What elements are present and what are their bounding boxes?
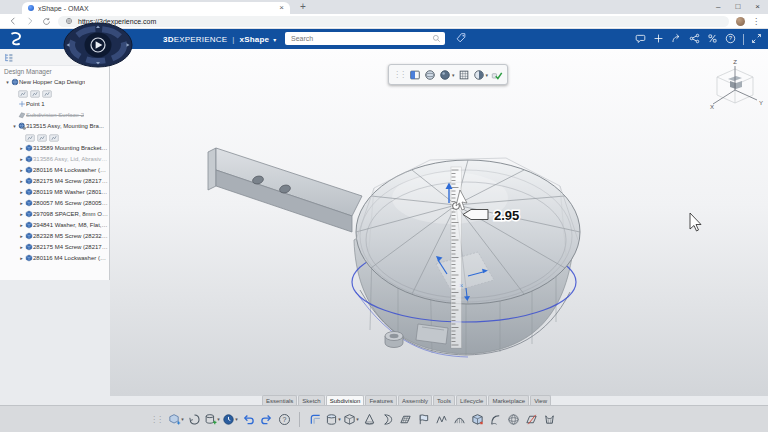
tab-subdivision[interactable]: Subdivision	[326, 395, 365, 405]
state-badge-icon[interactable]	[25, 133, 35, 141]
tree-expander-icon[interactable]: ▸	[18, 255, 25, 261]
history-button[interactable]	[186, 410, 202, 428]
sphere-half-button[interactable]: ▾	[473, 69, 489, 81]
tree-item[interactable]: Subdivision Surface 2	[0, 109, 109, 120]
zigzag-curve-button[interactable]	[433, 410, 449, 428]
tree-expander-icon[interactable]: ▸	[18, 156, 25, 162]
tree-expander-icon[interactable]: ▸	[18, 222, 25, 228]
bend-surface-button[interactable]	[487, 410, 503, 428]
sphere-wire-button[interactable]	[505, 410, 521, 428]
tree-item[interactable]: ▸280057 M6 Screw (280057 ...	[0, 197, 109, 208]
pattern-plane-button[interactable]	[397, 410, 413, 428]
tree-item[interactable]: ▸282175 M4 Screw (282175 ...	[0, 241, 109, 252]
crown-surface-button[interactable]	[541, 410, 557, 428]
tree-expander-icon[interactable]: ▾	[11, 123, 18, 129]
tab-close-icon[interactable]: ×	[279, 4, 284, 12]
bracket-arm[interactable]	[208, 148, 362, 232]
tab-view[interactable]: View	[530, 395, 551, 405]
split-view-button[interactable]	[409, 69, 421, 81]
tree-item[interactable]: ▸280116 M4 Lockwasher (20...	[0, 252, 109, 263]
reload-icon[interactable]	[42, 17, 51, 26]
forward-icon[interactable]	[25, 16, 35, 26]
drag-grip-icon[interactable]: ⋮⋮	[393, 70, 405, 79]
browser-profile-avatar[interactable]	[736, 17, 745, 26]
share-network-button[interactable]	[689, 30, 700, 48]
tree-expander-icon[interactable]: ▸	[18, 244, 25, 250]
tree-expander-icon[interactable]: ▸	[18, 167, 25, 173]
browser-menu-icon[interactable]: ⋮	[752, 17, 760, 26]
model-tree-icon[interactable]	[3, 52, 14, 63]
sphere-dark-button[interactable]: ▾	[439, 69, 455, 81]
tab-assembly[interactable]: Assembly	[398, 395, 432, 405]
search-input[interactable]	[289, 34, 429, 43]
tree-item[interactable]: Point 1	[0, 98, 109, 109]
tree-expander-icon[interactable]: ▾	[4, 79, 11, 85]
dropdown-caret-icon[interactable]: ▾	[217, 416, 220, 422]
solid-box-button[interactable]	[469, 410, 485, 428]
cylinder-primitive-button[interactable]: ▾	[325, 410, 341, 428]
dropdown-caret-icon[interactable]: ▾	[356, 416, 359, 422]
browser-tab[interactable]: xShape - OMAX ×	[22, 2, 290, 14]
tab-features[interactable]: Features	[365, 395, 397, 405]
new-content-button[interactable]: ▾	[168, 410, 184, 428]
redo-button[interactable]	[258, 410, 274, 428]
curved-sheet-button[interactable]	[451, 410, 467, 428]
tree-item[interactable]: ▸282175 M4 Screw (282175 ...	[0, 175, 109, 186]
3d-viewport[interactable]: × 2.95 ⋮⋮ ▾▾	[110, 49, 768, 396]
undo-button[interactable]	[240, 410, 256, 428]
window-maximize-button[interactable]: □	[735, 2, 740, 11]
dropdown-caret-icon[interactable]: ▾	[486, 72, 489, 78]
tree-expander-icon[interactable]: ▸	[18, 178, 25, 184]
tree-item[interactable]: ▾New Hopper Cap Design	[0, 76, 109, 87]
apps-button[interactable]	[707, 30, 718, 48]
tree-expander-icon[interactable]: ▸	[18, 200, 25, 206]
tab-essentials[interactable]: Essentials	[262, 395, 297, 405]
tab-lifecycle[interactable]: Lifecycle	[456, 395, 487, 405]
url-field[interactable]: https://3dexperience.com	[58, 16, 729, 27]
box-primitive-button[interactable]: ▾	[343, 410, 359, 428]
tree-item[interactable]: ▸313589 Mounting Bracket, ...	[0, 142, 109, 153]
tree-item[interactable]: ▸294841 Washer, M8, Flat, S...	[0, 219, 109, 230]
tree-item[interactable]: ▾313515 Assy, Mounting Bra...	[0, 120, 109, 131]
tab-sketch[interactable]: Sketch	[298, 395, 324, 405]
disc-primitive-button[interactable]	[379, 410, 395, 428]
window-minimize-button[interactable]: –	[716, 2, 720, 11]
tab-marketplace[interactable]: Marketplace	[488, 395, 529, 405]
tree-item[interactable]: ▸297098 SPACER, 8mm OD...	[0, 208, 109, 219]
search-icon[interactable]	[432, 34, 441, 43]
save-database-button[interactable]: ▾	[204, 410, 220, 428]
new-tab-button[interactable]: +	[300, 1, 306, 12]
tree-item[interactable]: ▸280116 M4 Lockwasher (20...	[0, 164, 109, 175]
orientation-triad[interactable]: Z X Y	[706, 57, 764, 115]
fullscreen-button[interactable]	[751, 30, 762, 48]
help-button[interactable]: ?	[725, 30, 736, 48]
share-arrow-button[interactable]	[671, 30, 682, 48]
tree-item[interactable]: ▸280119 M8 Washer (28011...	[0, 186, 109, 197]
corner-plane-button[interactable]	[307, 410, 323, 428]
window-close-button[interactable]: ×	[755, 2, 760, 11]
tree-expander-icon[interactable]: ▸	[18, 211, 25, 217]
back-icon[interactable]	[8, 16, 18, 26]
flag-surface-button[interactable]	[415, 410, 431, 428]
help-button[interactable]: ?	[276, 410, 292, 428]
sphere-shaded-button[interactable]	[424, 69, 436, 81]
tree-item[interactable]: ▸313586 Assy, Lid, Abrasive ...	[0, 153, 109, 164]
tree-item[interactable]: ▸282328 M5 Screw (282328 ...	[0, 230, 109, 241]
add-button[interactable]	[653, 30, 664, 48]
tree-expander-icon[interactable]: ▸	[18, 189, 25, 195]
chat-button[interactable]	[635, 30, 646, 48]
tree-expander-icon[interactable]: ▸	[18, 145, 25, 151]
dimension-value[interactable]: 2.95	[494, 208, 519, 223]
navigation-compass[interactable]	[62, 22, 134, 68]
sync-button[interactable]: ▾	[222, 410, 238, 428]
tree-expander-icon[interactable]: ▸	[18, 233, 25, 239]
tab-tools[interactable]: Tools	[433, 395, 455, 405]
split-plane-button[interactable]	[523, 410, 539, 428]
tag-icon[interactable]	[455, 32, 467, 44]
state-badge-icon[interactable]	[49, 133, 59, 141]
confirm-check-button[interactable]	[491, 69, 503, 81]
dropdown-caret-icon[interactable]: ▾	[181, 416, 184, 422]
mesh-cube-button[interactable]	[458, 69, 470, 81]
dropdown-caret-icon[interactable]: ▾	[338, 416, 341, 422]
cone-primitive-button[interactable]	[361, 410, 377, 428]
